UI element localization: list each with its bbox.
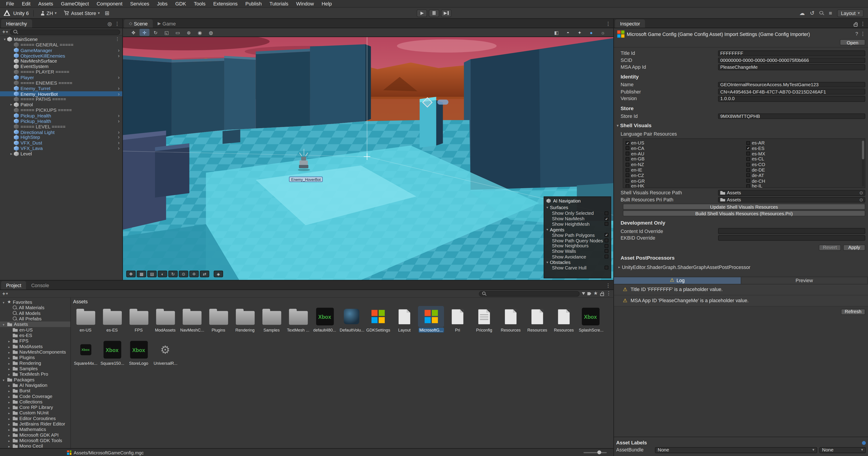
field-msa-app-id[interactable]: PleaseChangeMe	[718, 64, 865, 70]
asset-layout[interactable]: Layout	[391, 306, 417, 337]
tree-item-navmeshcomponents[interactable]: ▸NavMeshComponents	[0, 349, 70, 355]
language-en-us[interactable]: ✓en-US	[623, 140, 744, 145]
checkbox[interactable]: ✓	[626, 141, 629, 145]
menu-publish[interactable]: Publish	[242, 1, 266, 6]
asset-square150[interactable]: XboxSquare150...	[99, 339, 125, 370]
language-es-ar[interactable]: es-AR	[744, 140, 865, 145]
field-built-resources-pri-path[interactable]: Assets⊙	[718, 197, 865, 203]
prefab-open-arrow-icon[interactable]: ›	[118, 75, 121, 80]
shading-overlay-icon[interactable]: ◐	[158, 270, 167, 277]
expand-arrow-icon[interactable]: ▸	[7, 389, 11, 392]
item-menu-icon[interactable]: ⋮	[115, 37, 121, 42]
tab-inspector[interactable]: Inspector	[615, 19, 645, 28]
field-publisher[interactable]: CN=A4954634-DF4B-47C7-AB70-D3215D246AF1	[718, 89, 865, 95]
checkbox[interactable]	[604, 238, 609, 242]
handle-space-toggle-icon[interactable]: ◍	[206, 29, 216, 36]
field-scid[interactable]: 00000000-0000-0000-0000-000075f0b666	[718, 57, 865, 63]
language-es-cl[interactable]: es-CL	[744, 156, 865, 162]
foldout-shell-visuals[interactable]: ▾Shell Visuals	[614, 120, 868, 130]
object-picker-icon[interactable]: ⊙	[859, 197, 863, 202]
tree-item-textmesh-pro[interactable]: ▸TextMesh Pro	[0, 371, 70, 377]
hierarchy-item-pickup-health[interactable]: Pickup_Health›	[0, 118, 122, 124]
hierarchy-item-paths[interactable]: ===== PATHS =====	[0, 96, 122, 102]
scene-visibility-icon[interactable]: ●	[586, 29, 596, 36]
asset-en-us[interactable]: en-US	[73, 306, 99, 337]
slider-knob[interactable]	[597, 451, 601, 454]
tab-log[interactable]: ⚠ Log	[614, 277, 741, 284]
field-ekbid-override[interactable]	[718, 235, 865, 241]
checkbox[interactable]	[746, 168, 750, 172]
asset-resources[interactable]: Resources	[524, 306, 550, 337]
checkbox[interactable]	[746, 184, 750, 188]
tree-item-all-materials[interactable]: All Materials	[0, 305, 70, 311]
language-en-gb[interactable]: en-GB	[623, 156, 744, 162]
expand-arrow-icon[interactable]: ▸	[7, 428, 11, 431]
expand-arrow-icon[interactable]: ▸	[7, 361, 11, 365]
asset-microsoftg[interactable]: MicrosoftG...	[418, 306, 444, 337]
layers-overlay-icon[interactable]: ▤	[147, 270, 157, 277]
checkbox[interactable]	[626, 146, 629, 150]
asset-storelogo[interactable]: XboxStoreLogo	[126, 339, 152, 370]
button-revert[interactable]: Revert	[819, 245, 841, 251]
asset-pri[interactable]: Pri	[444, 306, 470, 337]
expand-arrow-icon[interactable]: ▸	[7, 405, 11, 409]
overlay-menu-icon[interactable]: ◈	[214, 270, 223, 277]
checkbox[interactable]	[604, 244, 609, 248]
language-en-nz[interactable]: en-NZ	[623, 162, 744, 167]
tree-item-all-prefabs[interactable]: All Prefabs	[0, 316, 70, 322]
language-en-gr[interactable]: en-GR	[623, 178, 744, 184]
asset-samples[interactable]: Samples	[258, 306, 284, 337]
nav-toggle-show-navmesh[interactable]: Show NavMesh✓	[544, 216, 611, 221]
asset-modassets[interactable]: ModAssets	[152, 306, 178, 337]
refresh-button[interactable]: Refresh	[841, 308, 865, 315]
asset-navmeshc[interactable]: NavMeshC...	[179, 306, 205, 337]
scene-menu-icon[interactable]: ⋮	[606, 22, 611, 27]
lock-icon[interactable]	[854, 24, 858, 26]
field-shell-visuals-resource-path[interactable]: Assets⊙	[718, 190, 865, 196]
tree-item-packages[interactable]: ▾Packages	[0, 377, 70, 382]
expand-arrow-icon[interactable]: ▾	[2, 322, 5, 326]
nav-toggle-show-neighbours[interactable]: Show Neighbours	[544, 243, 611, 249]
tree-item-collections[interactable]: ▸Collections	[0, 399, 70, 404]
tab-scene[interactable]: ◇ Scene	[124, 19, 153, 28]
ai-navigation-header[interactable]: AI Navigation	[544, 197, 611, 205]
asset-default480[interactable]: Xboxdefault480...	[312, 306, 338, 337]
button-build-shell-visuals-resources-resources-pri[interactable]: Build Shell Visuals Resources (Resources…	[623, 210, 865, 217]
checkbox[interactable]	[604, 249, 609, 253]
expand-arrow-icon[interactable]: ▾	[2, 37, 7, 41]
menu-window[interactable]: Window	[292, 1, 318, 6]
gizmos-toggle-icon[interactable]: ☼	[598, 29, 608, 36]
rotate-tool-icon[interactable]: ↻	[151, 29, 160, 36]
language-es-mx[interactable]: es-MX	[744, 151, 865, 156]
tree-item-microsoft-gdk-api[interactable]: ▸Microsoft GDK API	[0, 432, 70, 437]
tree-item-editor-coroutines[interactable]: ▸Editor Coroutines	[0, 416, 70, 421]
menu-file[interactable]: File	[2, 1, 18, 6]
checkbox[interactable]: ✓	[604, 217, 609, 221]
thumbnail-size-slider[interactable]	[584, 452, 607, 453]
tree-item-modassets[interactable]: ▸ModAssets	[0, 344, 70, 349]
nav-toggle-show-avoidance[interactable]: Show Avoidance	[544, 254, 611, 259]
expand-arrow-icon[interactable]: ▸	[7, 350, 11, 354]
asset-priconfig[interactable]: Priconfig	[471, 306, 497, 337]
field-title-id[interactable]: FFFFFFFF	[718, 50, 865, 56]
tab-console[interactable]: Console	[26, 281, 54, 289]
language-en-ca[interactable]: en-CA	[623, 145, 744, 151]
menu-gdk[interactable]: GDK	[172, 1, 190, 6]
asset-rendering[interactable]: Rendering	[232, 306, 258, 337]
layout-dropdown[interactable]: Layout ▾	[837, 9, 864, 17]
prefab-open-arrow-icon[interactable]: ›	[118, 86, 121, 91]
hierarchy-item-highstep[interactable]: HighStep›	[0, 135, 122, 140]
nav-toggle-show-carve-hull[interactable]: Show Carve Hull	[544, 265, 611, 270]
menu-tutorials[interactable]: Tutorials	[266, 1, 292, 6]
project-menu-icon[interactable]: ⋮	[606, 283, 611, 288]
postprocessor-foldout[interactable]: ▸UnityEditor.ShaderGraph.ShaderGraphAsse…	[614, 262, 868, 271]
tree-item-microsoft-gdk-tools[interactable]: ▸Microsoft GDK Tools	[0, 438, 70, 443]
checkbox[interactable]	[604, 255, 609, 259]
language-en-ie[interactable]: en-IE	[623, 167, 744, 173]
grid-overlay-icon[interactable]: ▦	[137, 270, 146, 277]
expand-arrow-icon[interactable]: ▸	[9, 102, 14, 107]
effects-toggle-icon[interactable]: ✦	[575, 29, 585, 36]
field-store-id[interactable]: 9MX8WMTTQPHB	[718, 113, 865, 119]
hierarchy-item-enemies[interactable]: ===== ENEMIES =====	[0, 80, 122, 86]
hierarchy-item-eventsystem[interactable]: EventSystem	[0, 64, 122, 69]
